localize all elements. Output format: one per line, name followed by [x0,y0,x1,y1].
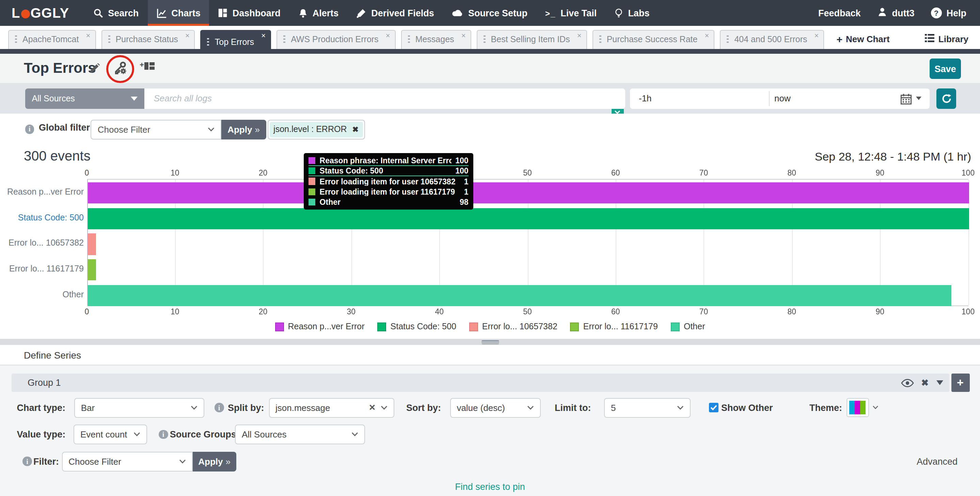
tab-best-selling-item-ids[interactable]: Best Selling Item IDs× [477,30,587,49]
global-filter-dropdown[interactable]: Choose Filter [91,120,221,139]
api-key-gear-icon[interactable] [113,60,128,78]
tab-drag-handle-icon[interactable] [15,35,17,44]
bar-reason-phrase-internal-server-error[interactable] [88,182,969,204]
global-filter-apply-button[interactable]: Apply» [221,120,266,139]
tab-label: Purchase Success Rate [607,35,698,44]
feedback-link[interactable]: Feedback [818,8,861,18]
help-menu[interactable]: ?Help [931,8,966,18]
tab-close-icon[interactable]: × [386,31,390,40]
calendar-icon[interactable] [900,93,912,107]
nav-item-source-setup[interactable]: Source Setup [443,0,536,26]
nav-item-search[interactable]: Search [84,0,148,26]
tab-drag-handle-icon[interactable] [408,35,410,44]
series-filter-dropdown[interactable]: Choose Filter [62,452,192,471]
limit-dropdown[interactable]: 5 [604,398,690,417]
source-groups-dropdown[interactable]: All Sources [235,425,365,444]
collapse-group-icon[interactable] [936,374,943,392]
tab-close-icon[interactable]: × [461,31,466,40]
legend-item-reason-p-ver-error[interactable]: Reason p...ver Error [275,322,365,331]
show-other-checkbox[interactable] [709,403,718,412]
tab-apachetomcat[interactable]: ApacheTomcat× [8,30,96,49]
info-icon[interactable]: i [159,430,168,439]
tab-close-icon[interactable]: × [705,31,709,40]
time-divider [769,92,770,106]
tab-drag-handle-icon[interactable] [207,38,209,47]
tab-drag-handle-icon[interactable] [599,35,601,44]
refresh-button[interactable] [936,89,956,109]
tab-drag-handle-icon[interactable] [484,35,485,44]
category-label-error-lo-11617179[interactable]: Error lo... 11617179 [2,264,84,274]
loggly-logo[interactable]: LGGLY [0,0,84,26]
advanced-link[interactable]: Advanced [917,452,958,471]
group-bar[interactable]: Group 1 ✖ [11,374,949,392]
chevron-down-icon [179,459,186,464]
filter-chip[interactable]: json.level : ERROR ✖ [269,122,363,137]
series-filter-apply-button[interactable]: Apply» [192,452,236,471]
split-by-field[interactable]: json.message ✕ [269,398,394,417]
legend-item-status-code-500[interactable]: Status Code: 500 [378,322,456,331]
info-icon[interactable]: i [215,403,224,412]
tab-top-errors[interactable]: Top Errors× [200,30,271,54]
info-icon[interactable]: i [23,457,32,466]
clear-field-icon[interactable]: ✕ [369,403,375,412]
legend-item-error-lo-11617179[interactable]: Error lo... 11617179 [570,322,658,331]
category-label-error-lo-10657382[interactable]: Error lo... 10657382 [2,238,84,248]
save-button[interactable]: Save [930,59,961,79]
time-from-input[interactable]: -1h [639,93,652,104]
chip-remove-icon[interactable]: ✖ [352,125,358,134]
tab-drag-handle-icon[interactable] [727,35,729,44]
eye-icon[interactable] [900,374,913,392]
tab-close-icon[interactable]: × [185,31,190,40]
chevron-down-icon[interactable] [872,406,878,410]
tab-aws-production-errors[interactable]: AWS Production Errors× [277,30,396,49]
category-label-other[interactable]: Other [2,290,84,300]
source-group-value: All Sources [32,94,75,103]
tab-close-icon[interactable]: × [86,31,91,40]
new-chart-button[interactable]: + New Chart [829,30,896,49]
add-to-dashboard-icon[interactable]: + [140,54,155,83]
nav-item-dashboard[interactable]: Dashboard [209,0,290,26]
resize-handle[interactable] [481,340,499,344]
bar-error-loading-item-for-user-11617179[interactable] [88,259,96,280]
tab-404-and-500-errors[interactable]: 404 and 500 Errors× [720,30,824,49]
search-input[interactable] [144,89,625,109]
bar-other[interactable] [88,285,951,306]
tab-messages[interactable]: Messages× [401,30,471,49]
source-group-dropdown[interactable]: All Sources [25,89,144,109]
chart-type-dropdown[interactable]: Bar [74,398,204,417]
nav-item-labs[interactable]: Labs [605,0,658,26]
tab-purchase-status[interactable]: Purchase Status× [101,30,195,49]
filter-chip-label: json.level : ERROR [274,125,347,135]
double-chevron-icon: » [226,456,230,466]
find-series-to-pin-link[interactable]: Find series to pin [0,482,980,492]
tab-close-icon[interactable]: × [261,31,266,40]
calendar-dropdown-arrow-icon[interactable] [916,97,921,100]
bar-error-loading-item-for-user-10657382[interactable] [88,234,96,255]
global-filter-value: Choose Filter [98,125,151,135]
live-tail-icon: >_ [545,8,556,18]
legend-item-error-lo-10657382[interactable]: Error lo... 10657382 [469,322,557,331]
library-button[interactable]: Library [925,30,980,49]
user-menu[interactable]: dutt3 [877,7,914,19]
nav-item-charts[interactable]: Charts [148,0,209,26]
bar-status-code-500[interactable] [88,208,969,229]
remove-group-icon[interactable]: ✖ [921,374,929,392]
add-group-button[interactable]: + [951,374,969,392]
theme-swatch[interactable] [846,398,869,417]
tab-close-icon[interactable]: × [815,31,819,40]
info-icon[interactable]: i [25,125,34,134]
time-to-input[interactable]: now [774,93,791,104]
value-type-dropdown[interactable]: Event count [73,425,147,444]
tab-drag-handle-icon[interactable] [108,35,110,44]
tab-purchase-success-rate[interactable]: Purchase Success Rate× [592,30,715,49]
tab-drag-handle-icon[interactable] [283,35,285,44]
nav-item-alerts[interactable]: Alerts [290,0,348,26]
category-label-status-code-500[interactable]: Status Code: 500 [2,213,84,222]
legend-item-other[interactable]: Other [671,322,705,331]
edit-title-pencil-icon[interactable] [89,54,100,83]
nav-item-derived-fields[interactable]: Derived Fields [347,0,443,26]
tab-close-icon[interactable]: × [577,31,582,40]
category-label-reason-p-ver-error[interactable]: Reason p...ver Error [2,187,84,196]
nav-item-live-tail[interactable]: >_Live Tail [536,0,605,26]
sort-by-dropdown[interactable]: value (desc) [450,398,540,417]
